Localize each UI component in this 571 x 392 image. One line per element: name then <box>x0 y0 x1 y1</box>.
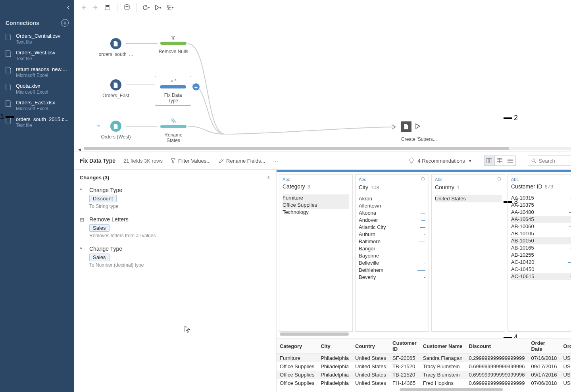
flow-input-node[interactable]: ⇥ Orders (West) <box>98 121 134 140</box>
profile-value[interactable]: AB-10105 <box>511 230 571 237</box>
step-meta: 21 fields 3K rows <box>123 158 163 164</box>
column-header[interactable]: City <box>317 338 352 354</box>
profile-value[interactable]: AA-10480 <box>511 209 571 216</box>
connection-item[interactable]: Orders_East.xlsxMicrosoft Excel <box>0 97 74 114</box>
forward-button[interactable] <box>91 3 100 12</box>
svg-point-2 <box>125 4 129 6</box>
more-button[interactable]: ⋯ <box>273 158 278 164</box>
column-header[interactable]: Country <box>352 338 389 354</box>
column-header[interactable]: Order Date <box>528 338 560 354</box>
profile-value[interactable]: AC-10615 <box>511 273 571 280</box>
clean-icon: ᴬ <box>175 79 177 84</box>
profile-value[interactable]: Auburn <box>359 231 425 238</box>
profile-value[interactable]: Altoona <box>359 209 425 217</box>
column-header[interactable]: Customer ID <box>389 338 420 354</box>
table-row[interactable]: Office SuppliesPhiladelphiaUnited States… <box>277 379 571 387</box>
connections-title: Connections <box>6 20 39 26</box>
add-connection-button[interactable]: + <box>61 19 69 27</box>
connection-item[interactable]: Orders_Central.csvText file <box>0 31 74 47</box>
profile-scrollbar-h[interactable] <box>277 332 571 338</box>
table-row[interactable]: Office SuppliesPhiladelphiaUnited States… <box>277 362 571 371</box>
view-profile-button[interactable] <box>484 156 495 165</box>
profile-value[interactable]: United States <box>435 195 502 202</box>
profile-value[interactable]: Belleville <box>359 259 425 267</box>
profile-value[interactable]: Bangor <box>359 245 425 252</box>
profile-value[interactable]: Atlantic City <box>359 224 425 231</box>
flow-step-rename-states[interactable]: 📎 Rename States <box>158 118 189 143</box>
profile-value[interactable]: AA-10315 <box>511 194 571 202</box>
connection-item[interactable]: Orders_West.csvText file <box>0 47 74 64</box>
svg-point-9 <box>532 159 535 162</box>
profile-value[interactable]: Bethlehem <box>359 267 425 274</box>
flow-step-remove-nulls[interactable]: Remove Nulls <box>158 36 189 54</box>
profile-value[interactable]: AB-10060 <box>511 223 571 230</box>
profile-value[interactable]: AB-10255 <box>511 252 571 259</box>
file-icon <box>113 41 118 46</box>
svg-rect-6 <box>486 158 489 163</box>
refresh-button[interactable]: ▾ <box>142 3 151 12</box>
collapse-changes-button[interactable] <box>267 175 271 181</box>
run-button[interactable]: ▾ <box>154 3 163 12</box>
profile-value[interactable]: AA-10645 <box>511 216 571 223</box>
profile-value[interactable]: AB-10150 <box>511 237 571 244</box>
profile-card-city[interactable]: Abc City108 AkronAllentownAltoonaAndover… <box>355 174 429 332</box>
change-item[interactable]: ᴬ Change Type Sales To Number (decimal) … <box>80 242 271 272</box>
canvas-scrollbar-h[interactable]: ◂▸ <box>78 145 571 152</box>
add-step-button[interactable]: + <box>192 83 200 90</box>
view-toggle <box>484 156 516 166</box>
rename-fields-button[interactable]: Rename Fields... <box>219 158 265 164</box>
settings-button[interactable]: ▾ <box>165 3 175 12</box>
bulb-icon <box>497 177 502 183</box>
toolbar: ▾ ▾ ▾ Alerts (0) <box>74 0 571 15</box>
column-header[interactable]: Customer Name <box>420 338 466 354</box>
grid-scrollbar-h[interactable] <box>277 387 571 392</box>
column-header[interactable]: Order ID <box>560 338 571 354</box>
sidebar-collapse[interactable] <box>0 0 74 15</box>
filter-values-button[interactable]: Filter Values... <box>171 158 211 164</box>
profile-card-customer-id[interactable]: Abc Customer ID673 AA-10315AA-10375AA-10… <box>508 174 571 332</box>
profile-card-category[interactable]: Abc Category3 FurnitureOffice SuppliesTe… <box>279 174 353 332</box>
change-item[interactable]: ᴬ Change Type Discount To String type <box>80 184 271 213</box>
flow-input-node[interactable]: Orders_East <box>98 79 134 98</box>
flow-output-node[interactable]: Create 'Supers... <box>401 121 437 142</box>
profile-value[interactable]: Furniture <box>283 194 349 202</box>
profile-value[interactable]: Allentown <box>359 202 425 209</box>
profile-value[interactable]: AA-10375 <box>511 202 571 209</box>
flow-input-node[interactable]: orders_south_... <box>98 38 134 57</box>
back-button[interactable] <box>79 3 88 12</box>
search-input[interactable]: Search <box>528 156 571 166</box>
save-button[interactable] <box>103 3 112 12</box>
edit-icon <box>219 158 224 163</box>
flow-canvas[interactable]: orders_south_... Orders_East ⇥ Orders (W… <box>74 15 571 152</box>
profile-value[interactable]: Bayonne <box>359 252 425 259</box>
connection-item[interactable]: return reasons_new....Microsoft Excel <box>0 64 74 81</box>
profile-value[interactable]: Andover <box>359 217 425 224</box>
svg-point-5 <box>168 8 169 10</box>
flow-step-fix-data-type[interactable]: ⇥ᴬ Fix Data Type <box>155 76 191 105</box>
column-header[interactable]: Category <box>277 338 317 354</box>
view-list-button[interactable] <box>505 156 515 165</box>
profile-card-country[interactable]: Abc Country1 United States <box>431 174 505 332</box>
file-icon <box>404 124 409 129</box>
profile-value[interactable]: AC-10420 <box>511 259 571 266</box>
profile-value[interactable]: AB-10165 <box>511 244 571 252</box>
column-header[interactable]: Discount <box>466 338 528 354</box>
profile-value[interactable]: Baltimore <box>359 238 425 245</box>
view-grid-button[interactable] <box>495 156 505 165</box>
data-button[interactable] <box>122 3 132 12</box>
profile-value[interactable]: Akron <box>359 195 425 202</box>
change-item[interactable]: ⊟ Remove Letters Sales Removes letters f… <box>80 213 271 242</box>
profile-value[interactable]: Beverly <box>359 274 425 281</box>
attach-icon: 📎 <box>171 118 176 123</box>
profile-value[interactable]: AC-10450 <box>511 266 571 273</box>
profile-pane: Abc Category3 FurnitureOffice SuppliesTe… <box>277 170 571 392</box>
profile-value[interactable]: Technology <box>283 209 349 216</box>
recommendations-button[interactable]: 4 Recommendations <box>417 158 465 164</box>
connection-item[interactable]: Quota.xlsxMicrosoft Excel <box>0 81 74 97</box>
data-grid[interactable]: CategoryCityCountryCustomer IDCustomer N… <box>277 338 571 392</box>
table-row[interactable]: FurniturePhiladelphiaUnited StatesSF-200… <box>277 354 571 363</box>
changes-pane: Changes (3) ᴬ Change Type Discount To St… <box>74 170 277 392</box>
profile-value[interactable]: Office Supplies <box>283 202 349 209</box>
file-icon <box>113 83 118 88</box>
table-row[interactable]: Office SuppliesPhiladelphiaUnited States… <box>277 371 571 379</box>
